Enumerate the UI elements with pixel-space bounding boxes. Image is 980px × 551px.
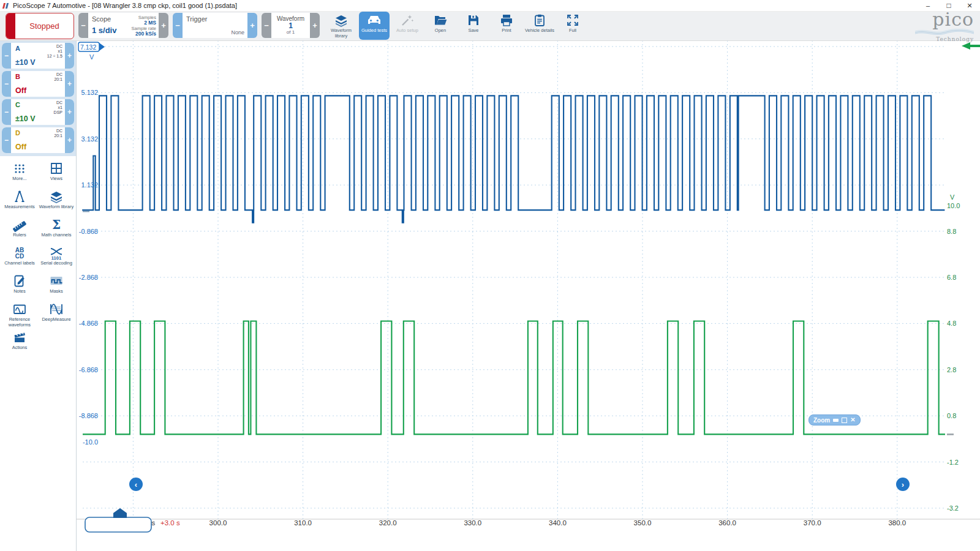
axis-a-max-marker-arrow [99, 43, 105, 51]
svg-text:CD: CD [15, 253, 24, 260]
channel-range: Off [15, 86, 26, 95]
timebase-value: 1 s/div [92, 26, 116, 35]
stop-indicator [6, 13, 15, 39]
waveform-previous-button[interactable] [262, 13, 271, 38]
timebase-decrease-button[interactable] [78, 13, 88, 38]
zoom-overlay-label: Zoom [813, 417, 830, 424]
sidebar-item-serial-decoding[interactable]: 1101Serial decoding [38, 246, 75, 271]
sidebar-item-masks[interactable]: Masks [38, 274, 75, 299]
vehicle-details-button[interactable]: Vehicle details [524, 12, 555, 40]
sidebar-item-rulers[interactable]: Rulers [1, 217, 38, 243]
svg-text:AB: AB [15, 247, 24, 253]
sidebar-item-actions[interactable]: Actions [1, 330, 38, 356]
deepmeasure-icon [49, 302, 64, 317]
overview-zoom-window[interactable] [85, 517, 151, 532]
sidebar-item-measurements[interactable]: Measurements [1, 189, 38, 215]
trigger-decrease-button[interactable] [173, 13, 183, 38]
channel-b-body[interactable]: BDC20:1Off [11, 71, 65, 97]
toolbar-button-label: Guided tests [361, 28, 387, 34]
scope-display: 7.132V5.1323.1321.132-0.868-2.868-4.868-… [0, 0, 980, 551]
pan-right-button[interactable] [896, 478, 910, 491]
channel-a-increase-button[interactable] [65, 43, 74, 69]
channel-labels-icon: ABCD [12, 246, 27, 260]
sidebar-item-reference-waveforms[interactable]: Reference waveforms [1, 302, 38, 328]
close-button[interactable] [959, 1, 980, 11]
toolbar-button-label: Auto setup [396, 28, 418, 34]
channel-settings: DC20:1 [54, 129, 62, 138]
channel-b-row[interactable]: BDC20:1Off [2, 71, 74, 97]
channel-a-decrease-button[interactable] [2, 43, 11, 69]
stop-start-button[interactable]: Stopped [6, 13, 74, 39]
pan-left-button[interactable] [129, 478, 143, 491]
channel-d-body[interactable]: DDC20:1Off [11, 127, 65, 153]
channel-range: ±10 V [15, 114, 36, 123]
trigger-body[interactable]: Trigger None [183, 13, 247, 38]
sample-rate-value: 200 kS/s [132, 31, 156, 37]
sidebar-item-more[interactable]: More... [1, 161, 38, 187]
zoom-minimize-icon[interactable] [833, 419, 839, 422]
waveform-next-button[interactable] [310, 13, 320, 38]
minimize-button[interactable] [918, 1, 938, 11]
toolbar-button-label: Print [502, 28, 511, 34]
trigger-title: Trigger [186, 15, 207, 23]
right-axis-unit: V [950, 193, 955, 201]
sidebar-item-label: DeepMeasure [42, 317, 70, 323]
notes-icon [12, 274, 27, 288]
trigger-control: Trigger None [173, 13, 257, 38]
save-button[interactable]: Save [458, 12, 489, 40]
timebase-increase-button[interactable] [159, 13, 168, 38]
channel-c-row[interactable]: CDCx1DSP±10 V [2, 99, 74, 125]
sidebar-item-notes[interactable]: Notes [1, 274, 38, 299]
right-axis-label: 6.8 [947, 274, 956, 281]
left-axis-label: -6.868 [79, 366, 98, 373]
channel-a-body[interactable]: ADCx112 ÷ 1.5±10 V [11, 43, 65, 69]
channel-b-increase-button[interactable] [65, 71, 74, 97]
zoom-window-icon[interactable] [842, 418, 847, 423]
channel-range: Off [15, 143, 26, 151]
time-axis-label: 350.0 [634, 519, 652, 527]
trigger-position-marker[interactable] [113, 508, 127, 518]
channel-c-body[interactable]: CDCx1DSP±10 V [11, 99, 65, 125]
channel-b-decrease-button[interactable] [2, 71, 11, 97]
channel-a-trace [82, 96, 944, 222]
vehicle-details-icon [532, 13, 547, 28]
sidebar-item-label: Notes [13, 289, 26, 294]
channel-c-increase-button[interactable] [65, 99, 74, 125]
sidebar-item-channel-labels[interactable]: ABCDChannel labels [1, 246, 38, 271]
channel-a-row[interactable]: ADCx112 ÷ 1.5±10 V [2, 43, 74, 69]
channel-d-increase-button[interactable] [65, 127, 74, 153]
toolbar-button-label: Vehicle details [525, 28, 554, 34]
auto-setup-icon [400, 13, 415, 28]
toolbar-button-label: Waveform library [326, 28, 356, 39]
app-icon [2, 2, 9, 9]
channel-c-decrease-button[interactable] [2, 99, 11, 125]
channel-d-decrease-button[interactable] [2, 127, 11, 153]
time-axis-label: 320.0 [379, 519, 397, 527]
channel-name: C [15, 101, 20, 108]
sidebar-item-math-channels[interactable]: ΣMath channels [38, 217, 75, 243]
left-axis-label: 1.132 [81, 181, 98, 189]
right-axis-label: 2.8 [947, 366, 956, 373]
auto-setup-button: Auto setup [392, 12, 423, 40]
zoom-overlay-toolbar[interactable]: Zoom [809, 414, 861, 425]
sidebar-item-deepmeasure[interactable]: DeepMeasure [38, 302, 75, 328]
left-axis-label: 3.132 [81, 135, 98, 143]
full-button[interactable]: Full [557, 12, 588, 40]
sidebar-item-views[interactable]: Views [38, 161, 75, 187]
waveform-nav-body[interactable]: Waveform 1 of 1 [271, 13, 310, 38]
print-button[interactable]: Print [491, 12, 522, 40]
trigger-mode-value: None [231, 29, 244, 36]
trigger-increase-button[interactable] [247, 13, 257, 38]
time-axis-label: 330.0 [464, 519, 481, 527]
timebase-body[interactable]: Scope 1 s/div Samples 2 MS Sample rate 2… [88, 13, 159, 38]
maximize-button[interactable] [938, 1, 959, 11]
waveform-library-button[interactable]: Waveform library [326, 12, 356, 40]
channel-d-row[interactable]: DDC20:1Off [2, 127, 74, 153]
right-axis-top-label: 10.0 [947, 202, 960, 209]
time-axis-label: 360.0 [718, 519, 736, 527]
svg-text:1101: 1101 [51, 255, 61, 260]
guided-tests-button[interactable]: Guided tests [359, 12, 390, 40]
sidebar-item-waveform-library[interactable]: Waveform library [38, 189, 75, 215]
open-button[interactable]: Open [425, 12, 456, 40]
zoom-close-icon[interactable] [850, 417, 855, 423]
